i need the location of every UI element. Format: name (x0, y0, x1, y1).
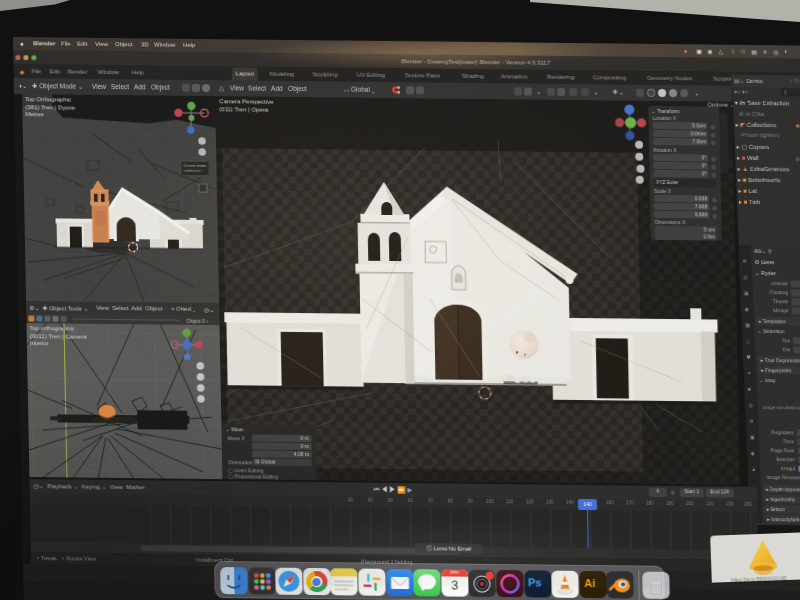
svg-text:Current render: Current render (183, 164, 207, 168)
svg-text:subdivision: subdivision (184, 169, 201, 173)
svg-text:Object 0 ›: Object 0 › (186, 317, 208, 323)
svg-text:Video Demo BRAYA NO.MD: Video Demo BRAYA NO.MD (730, 576, 787, 583)
